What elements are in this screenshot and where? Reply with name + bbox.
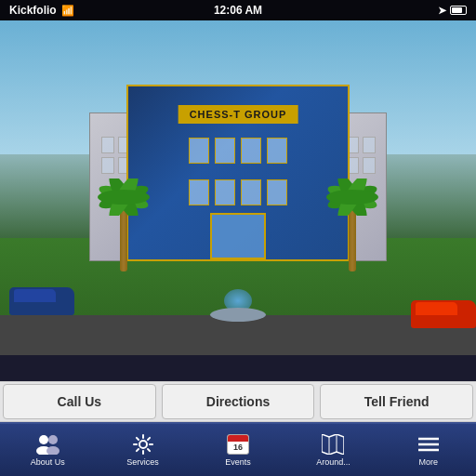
status-time: 12:06 AM bbox=[214, 4, 262, 17]
wing-window bbox=[363, 157, 376, 174]
svg-point-10 bbox=[39, 435, 48, 444]
location-icon: ➤ bbox=[438, 5, 446, 17]
nav-label-services: Services bbox=[126, 457, 159, 467]
app-name: Kickfolio bbox=[9, 4, 57, 17]
people-icon bbox=[34, 433, 60, 456]
battery-icon bbox=[450, 6, 467, 15]
map-icon bbox=[320, 433, 346, 456]
svg-point-14 bbox=[139, 441, 147, 448]
building-sign: CHESS-T GROUP bbox=[178, 105, 298, 124]
calendar-icon: 16 bbox=[225, 433, 251, 456]
fountain bbox=[201, 294, 275, 322]
menu-icon bbox=[416, 433, 442, 456]
nav-item-services[interactable]: Services bbox=[95, 430, 190, 470]
building-window bbox=[241, 138, 261, 164]
building-main: CHESS-T GROUP bbox=[126, 85, 350, 261]
building-window bbox=[215, 138, 235, 164]
wifi-icon: 📶 bbox=[61, 5, 74, 17]
nav-item-about-us[interactable]: About Us bbox=[0, 430, 95, 470]
bottom-nav: About Us Services 16 Events bbox=[0, 422, 476, 476]
status-bar: Kickfolio 📶 12:06 AM ➤ bbox=[0, 0, 476, 20]
nav-label-about-us: About Us bbox=[31, 457, 65, 467]
building-window bbox=[241, 179, 261, 205]
car-left bbox=[9, 287, 74, 315]
car-right bbox=[411, 300, 476, 328]
wing-window bbox=[101, 137, 114, 153]
building-window bbox=[189, 138, 209, 164]
palm-tree-left bbox=[105, 178, 142, 271]
gear-icon bbox=[130, 433, 156, 456]
nav-item-around[interactable]: Around... bbox=[285, 430, 380, 470]
status-right: ➤ bbox=[438, 5, 467, 17]
nav-item-more[interactable]: More bbox=[381, 430, 476, 470]
building-window bbox=[267, 138, 287, 164]
building-area: CHESS-T GROUP bbox=[0, 20, 476, 355]
wing-window bbox=[363, 137, 376, 153]
nav-label-around: Around... bbox=[316, 457, 350, 467]
building-entrance bbox=[210, 213, 266, 259]
svg-marker-15 bbox=[322, 434, 344, 455]
svg-point-12 bbox=[48, 435, 58, 444]
palm-leaves-right bbox=[324, 178, 380, 216]
tell-friend-button[interactable]: Tell Friend bbox=[320, 384, 473, 419]
action-buttons-row: Call Us Directions Tell Friend bbox=[0, 381, 476, 422]
palm-tree-right bbox=[334, 178, 371, 271]
status-left: Kickfolio 📶 bbox=[9, 4, 74, 17]
wing-window bbox=[101, 157, 114, 174]
directions-button[interactable]: Directions bbox=[162, 384, 315, 419]
palm-leaves-left bbox=[96, 178, 152, 216]
calendar-date: 16 bbox=[233, 443, 243, 452]
building-window bbox=[267, 179, 287, 205]
svg-point-4 bbox=[98, 190, 150, 205]
building-window bbox=[215, 179, 235, 205]
nav-item-events[interactable]: 16 Events bbox=[191, 430, 285, 470]
phone-frame: Kickfolio 📶 12:06 AM ➤ bbox=[0, 0, 476, 476]
svg-point-9 bbox=[326, 190, 378, 205]
call-us-button[interactable]: Call Us bbox=[3, 384, 156, 419]
nav-label-more: More bbox=[419, 457, 439, 467]
building-window bbox=[189, 179, 209, 205]
nav-label-events: Events bbox=[225, 457, 251, 467]
